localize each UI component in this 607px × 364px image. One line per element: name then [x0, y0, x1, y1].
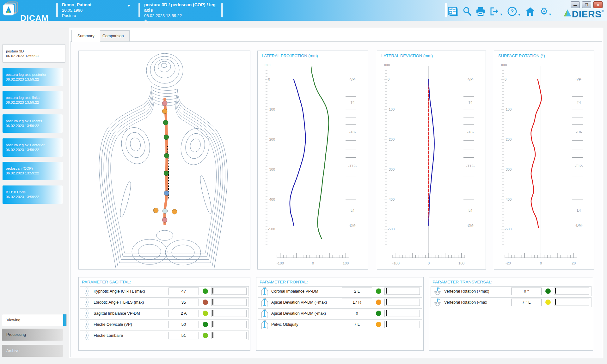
status-dot	[545, 300, 551, 305]
sagittal-spine-icon	[82, 331, 92, 340]
parameter-value: 2 A	[169, 310, 199, 317]
sidebar-item-pedoscan-cop-[interactable]: pedoscan (COP)06.02.2023 13:59:22	[3, 162, 63, 180]
search-icon[interactable]	[463, 7, 471, 16]
patient-block[interactable]: Demo, Patient 20.05.1990 Postura	[62, 2, 133, 18]
exam-datetime: 06.02.2023 13:59:22	[6, 195, 63, 199]
svg-text:-400: -400	[268, 197, 275, 201]
sidebar-item-postura-3d[interactable]: postura 3D06.02.2023 13:59:22	[3, 44, 65, 63]
svg-text:-300: -300	[388, 167, 395, 171]
parameter-value: 51	[169, 332, 199, 339]
parameter-value: 0	[342, 310, 372, 317]
export-icon[interactable]: ▼	[490, 7, 503, 16]
minimize-button[interactable]: ▬	[571, 1, 580, 8]
parameter-label: Kyphotic Angle ICT-ITL (max)	[92, 289, 169, 294]
patient-dropdown-icon[interactable]: ▼	[127, 4, 131, 8]
chart-title: LATERAL DEVIATION (mm)	[381, 53, 433, 58]
tab-summary-label: Summary	[77, 34, 94, 38]
svg-text:-500: -500	[505, 227, 512, 231]
chart-canvas: mm0-100-200-300-400-500-1000100-VP--T4--…	[258, 61, 367, 268]
print-icon[interactable]	[476, 7, 485, 16]
svg-text:20: 20	[572, 261, 576, 265]
panel-title: PARAMETER FRONTAL:	[260, 280, 308, 284]
range-bar	[211, 288, 247, 295]
main-content-card: Summary Comparison	[69, 28, 603, 358]
exam-block[interactable]: postura 3D / pedoscan (COP) / leg axis 0…	[144, 2, 220, 24]
sidebar-item-postura-leg-axis-links[interactable]: postura leg axis links06.02.2023 13:59:2…	[3, 91, 63, 109]
sidebar-item-postura-leg-axis-posterior[interactable]: postura leg axis posterior06.02.2023 13:…	[3, 68, 63, 86]
help-icon[interactable]: ? ▼	[507, 6, 521, 16]
bar-marker	[386, 310, 387, 316]
parameter-row: Vertebral Rotation (+max)0 °	[431, 286, 592, 296]
nav-processing-button[interactable]: Processing	[2, 329, 63, 341]
svg-text:-L4-: -L4-	[576, 209, 582, 212]
surface-rotation-panel: SURFACE ROTATION (°) mm0-100-200-300-400…	[494, 51, 594, 270]
svg-text:NEWS: NEWS	[449, 8, 457, 11]
parameter-label: Apical Deviation VP-DM (+max)	[270, 300, 342, 305]
range-bar	[554, 288, 589, 295]
home-icon[interactable]	[525, 7, 535, 16]
sidebar-item-postura-leg-axis-rechts[interactable]: postura leg axis rechts06.02.2023 13:59:…	[3, 114, 63, 133]
edit-pencil-icon[interactable]: ✎	[144, 19, 220, 24]
svg-text:-VP-: -VP-	[575, 77, 582, 81]
svg-text:-400: -400	[388, 197, 395, 201]
bar-marker	[212, 332, 213, 338]
export-dropdown-icon[interactable]: ▼	[500, 13, 503, 16]
marker-dot	[162, 109, 167, 114]
svg-text:0: 0	[312, 261, 314, 265]
svg-text:-300: -300	[505, 167, 512, 171]
exam-label: postura leg axis links	[6, 95, 63, 100]
status-dot	[376, 288, 381, 294]
svg-text:-T12-: -T12-	[348, 164, 357, 168]
bar-marker	[555, 299, 556, 305]
help-dropdown-icon[interactable]: ▼	[518, 13, 521, 16]
parameter-row: Kyphotic Angle ICT-ITL (max)47	[80, 286, 249, 296]
settings-dropdown-icon[interactable]: ▼	[549, 13, 552, 16]
bar-marker	[386, 299, 387, 305]
parameter-value: 7 ° L	[511, 299, 542, 306]
status-dot	[545, 288, 551, 294]
parameter-row: Pelvic Obliquity7 L	[258, 319, 422, 329]
sidebar-item-icd10-code[interactable]: ICD10 Code06.02.2023 13:59:22	[3, 185, 63, 204]
svg-text:-300: -300	[268, 167, 275, 171]
settings-gear-icon[interactable]: ⚙ ▼	[540, 7, 552, 16]
sidebar-item-postura-leg-axis-anterior[interactable]: postura leg axis anterior06.02.2023 13:5…	[3, 138, 63, 157]
parameter-value: 35	[169, 299, 199, 306]
tab-summary[interactable]: Summary	[71, 30, 100, 42]
news-icon[interactable]: NEWS	[448, 7, 458, 16]
range-bar	[384, 310, 420, 317]
tab-comparison[interactable]: Comparison	[96, 30, 130, 41]
parameter-label: Flèche Lombaire	[92, 333, 169, 338]
status-dot	[203, 333, 208, 338]
app-name: DICAM	[20, 13, 49, 23]
parameter-row: Vertebral Rotation (-max7 ° L	[431, 297, 592, 307]
exam-datetime: 06.02.2023 13:59:22	[6, 148, 63, 152]
maximize-button[interactable]: ❐	[582, 1, 591, 8]
status-dot	[376, 300, 381, 305]
parameter-row: Lordotic Angle ITL-ILS (max)35	[80, 297, 249, 307]
parameter-sagittal-panel: PARAMETER SAGITTAL: Kyphotic Angle ICT-I…	[78, 277, 250, 351]
marker-dot	[162, 209, 168, 214]
marker-dot	[164, 153, 169, 158]
title-rule	[380, 61, 483, 61]
exam-label: pedoscan (COP)	[6, 166, 63, 171]
header-separator	[138, 3, 140, 17]
header-separator	[445, 3, 447, 17]
svg-text:0: 0	[388, 77, 389, 81]
nav-archive-button[interactable]: Archive	[2, 345, 63, 357]
parameter-value: 50	[169, 321, 199, 328]
nav-viewing-button[interactable]: Viewing	[2, 314, 67, 326]
vertebra-icon	[432, 287, 443, 296]
svg-text:-DM-: -DM-	[467, 223, 475, 227]
svg-text:-100: -100	[388, 107, 395, 111]
diers-logo: DIERS ®	[563, 9, 604, 20]
svg-text:-L4-: -L4-	[467, 209, 474, 212]
diers-reg-mark: ®	[602, 9, 604, 13]
exam-datetime: 06.02.2023 13:59:22	[6, 100, 63, 105]
header-toolbar: NEWS ▼ ? ▼ ⚙ ▼	[448, 4, 552, 18]
app-header: DICAM Demo, Patient 20.05.1990 Postura ▼…	[0, 0, 607, 21]
svg-text:-T12-: -T12-	[466, 164, 475, 168]
range-bar	[384, 321, 420, 328]
close-button[interactable]: ✕	[593, 1, 603, 8]
svg-text:-200: -200	[505, 137, 512, 141]
chart-title: SURFACE ROTATION (°)	[498, 53, 545, 58]
